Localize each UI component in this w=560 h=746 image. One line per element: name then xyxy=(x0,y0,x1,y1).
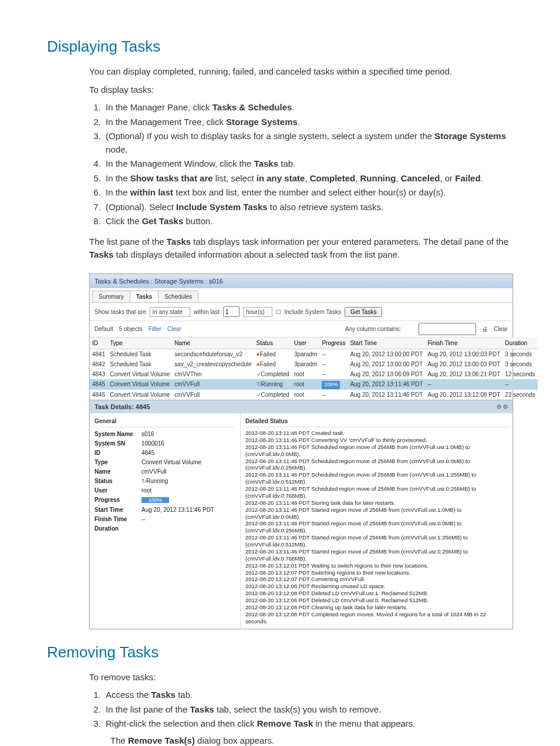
heading-removing: Removing Tasks xyxy=(47,641,525,664)
removing-steps: Access the Tasks tab.In the list pane of… xyxy=(89,688,525,746)
step-item: In the list pane of the Tasks tab, selec… xyxy=(103,703,525,717)
filter-bar: Default 5 objects Filter Clear Any colum… xyxy=(90,320,512,337)
step-item: (Optional) If you wish to display tasks … xyxy=(103,130,525,156)
get-tasks-button[interactable]: Get Tasks xyxy=(345,307,382,317)
tab-tasks[interactable]: Tasks xyxy=(130,291,159,302)
label-withinlast: within last xyxy=(194,308,220,316)
print-icon[interactable]: 🖨 xyxy=(482,325,488,333)
clear-filter-link[interactable]: Clear xyxy=(167,325,181,333)
table-row[interactable]: 4845Convert Virtual VolumecmVVFullRunnin… xyxy=(90,379,538,390)
detail-kv: StatusRunning xyxy=(95,477,235,485)
heading-displaying: Displaying Tasks xyxy=(47,35,525,58)
detail-kv: ID4845 xyxy=(95,448,235,457)
details-icons[interactable]: ⊙ ⊙ xyxy=(497,402,508,412)
table-row[interactable]: 4842Scheduled Tasksav_v2_createvcopysche… xyxy=(90,359,538,369)
tab-bar: SummaryTasksSchedules xyxy=(90,288,512,303)
detail-kv: Userroot xyxy=(95,486,235,495)
details-status: Detailed Status 2012-08-20 13:11:46 PDT … xyxy=(241,413,512,629)
detail-kv: System SN1000016 xyxy=(95,439,235,448)
col-id[interactable]: ID xyxy=(90,337,107,349)
detail-kv: NamecmVVFull xyxy=(95,467,235,476)
detail-kv: TypeConvert Virtual Volume xyxy=(95,458,235,467)
step-item: In the within last text box and list, en… xyxy=(103,186,525,200)
filter-link[interactable]: Filter xyxy=(149,325,161,333)
table-row[interactable]: 4841Scheduled Tasksecondscehduleforsav_v… xyxy=(90,349,538,360)
intro-text: You can display completed, running, fail… xyxy=(89,65,525,79)
step-item: Click the Get Tasks button. xyxy=(103,215,525,228)
col-status[interactable]: Status xyxy=(254,337,292,349)
details-header: Task Details: 4845 ⊙ ⊙ xyxy=(90,400,512,414)
detailed-label: Detailed Status xyxy=(245,417,508,427)
step-item: In the Management Window, click the Task… xyxy=(103,157,525,171)
label-showtasks: Show tasks that are xyxy=(95,308,146,316)
table-row[interactable]: 4843Convert Virtual VolumecmVVThinComple… xyxy=(90,369,538,379)
detail-kv: Finish Time-- xyxy=(95,515,235,524)
detail-kv: Progress100% xyxy=(95,495,235,505)
detail-kv: Duration xyxy=(95,524,235,533)
col-finish-time[interactable]: Finish Time xyxy=(425,337,502,349)
general-label: General xyxy=(95,417,235,427)
window-title: Tasks & Schedules : Storage Systems : s0… xyxy=(90,274,512,289)
step-item: (Optional). Select Include System Tasks … xyxy=(103,201,525,214)
step-item: In the Management Tree, click Storage Sy… xyxy=(103,116,525,129)
contains-input[interactable] xyxy=(419,323,476,335)
object-count: 5 objects xyxy=(119,325,143,333)
substep: The Remove Task(s) dialog box appears. xyxy=(110,734,525,747)
status-log: 2012-08-20 13:11:46 PDT Created task. 20… xyxy=(245,430,508,625)
withinlast-input[interactable] xyxy=(223,306,239,317)
col-user[interactable]: User xyxy=(292,337,319,349)
displaying-steps: In the Manager Pane, click Tasks & Sched… xyxy=(89,101,525,228)
tab-summary[interactable]: Summary xyxy=(92,291,130,302)
details-general: General System Names016System SN1000016I… xyxy=(90,413,241,629)
detail-kv: Start TimeAug 20, 2012 13:11:46 PDT xyxy=(95,505,235,514)
contains-dropdown[interactable] xyxy=(407,325,413,333)
detail-kv: System Names016 xyxy=(95,430,235,438)
col-name[interactable]: Name xyxy=(172,337,254,349)
label-include: Include System Tasks xyxy=(285,308,342,316)
col-start-time[interactable]: Start Time xyxy=(348,337,425,349)
step-item: In the Manager Pane, click Tasks & Sched… xyxy=(103,101,525,114)
state-dropdown[interactable]: in any state xyxy=(150,307,190,317)
details-title: Task Details: 4845 xyxy=(95,402,150,412)
col-progress[interactable]: Progress xyxy=(319,337,348,349)
toolbar: Show tasks that are in any state within … xyxy=(90,303,512,320)
col-type[interactable]: Type xyxy=(107,337,172,349)
tab-schedules[interactable]: Schedules xyxy=(158,291,198,302)
col-duration[interactable]: Duration xyxy=(502,337,537,349)
lead-text: To display tasks: xyxy=(89,83,525,97)
clear-link[interactable]: Clear xyxy=(494,325,508,333)
step-item: In the Show tasks that are list, select … xyxy=(103,172,525,185)
tasks-table: IDTypeNameStatusUserProgressStart TimeFi… xyxy=(90,337,538,400)
contains-label: Any column contains: xyxy=(345,325,401,333)
tasks-screenshot: Tasks & Schedules : Storage Systems : s0… xyxy=(89,274,513,629)
default-dropdown[interactable]: Default xyxy=(95,325,113,333)
unit-dropdown[interactable]: hour(s) xyxy=(243,307,272,317)
displaying-outro: The list pane of the Tasks tab displays … xyxy=(89,235,525,262)
step-item: Access the Tasks tab. xyxy=(103,688,525,702)
removing-lead: To remove tasks: xyxy=(89,671,525,684)
checkbox-include[interactable]: ☐ xyxy=(276,308,281,316)
step-item: Right-click the selection and then click… xyxy=(103,717,525,746)
table-row[interactable]: 4845Convert Virtual VolumecmVVFullComple… xyxy=(90,390,538,400)
